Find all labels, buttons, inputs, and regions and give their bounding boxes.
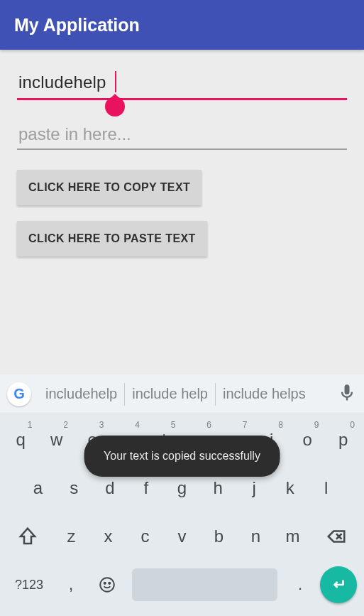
toast-message: Your text is copied successfully	[84, 436, 280, 477]
suggestion-bar: G includehelp include help include helps	[0, 374, 364, 414]
app-bar: My Application	[0, 0, 364, 50]
target-underline	[17, 148, 347, 150]
key-v[interactable]: v	[165, 517, 198, 556]
key-k[interactable]: k	[274, 468, 306, 508]
comma-key[interactable]: ,	[57, 565, 85, 605]
suggestion-1[interactable]: includehelp	[38, 383, 124, 406]
source-input[interactable]	[17, 70, 347, 98]
key-x[interactable]: x	[92, 517, 124, 556]
text-caret	[115, 71, 116, 92]
app-title: My Application	[14, 15, 140, 36]
svg-point-2	[109, 583, 110, 584]
space-key[interactable]	[132, 568, 277, 601]
suggestion-2[interactable]: include help	[124, 383, 215, 406]
paste-button[interactable]: CLICK HERE TO PASTE TEXT	[17, 221, 207, 256]
source-field[interactable]: includehelp	[17, 70, 347, 100]
enter-key[interactable]	[320, 566, 357, 603]
key-b[interactable]: b	[203, 517, 236, 556]
target-field[interactable]	[17, 120, 347, 150]
key-q[interactable]: q1	[5, 420, 37, 460]
key-m[interactable]: m	[277, 517, 309, 556]
shift-key[interactable]	[5, 517, 50, 556]
key-l[interactable]: l	[310, 468, 342, 508]
key-c[interactable]: c	[128, 517, 161, 556]
key-row-bottom: ?123 , .	[3, 565, 361, 612]
target-input[interactable]	[17, 120, 347, 148]
period-key[interactable]: .	[286, 565, 314, 605]
key-o[interactable]: o9	[292, 420, 324, 460]
mic-icon[interactable]	[337, 383, 357, 406]
emoji-key[interactable]	[91, 565, 123, 605]
key-row-3: z x c v b n m	[3, 517, 361, 556]
copy-button[interactable]: CLICK HERE TO COPY TEXT	[17, 170, 202, 205]
backspace-key[interactable]	[314, 517, 359, 556]
source-underline	[17, 98, 347, 100]
suggestion-3[interactable]: include helps	[215, 383, 313, 406]
caret-handle[interactable]	[105, 97, 125, 117]
key-p[interactable]: p0	[328, 420, 360, 460]
key-z[interactable]: z	[55, 517, 87, 556]
suggestion-list: includehelp include help include helps	[38, 374, 330, 414]
svg-point-1	[104, 583, 106, 584]
key-w[interactable]: w2	[41, 420, 73, 460]
key-n[interactable]: n	[240, 517, 272, 556]
content-area: includehelp CLICK HERE TO COPY TEXT CLIC…	[0, 50, 364, 256]
key-s[interactable]: s	[58, 468, 90, 508]
soft-keyboard: G includehelp include help include helps…	[0, 374, 364, 616]
svg-point-0	[100, 578, 114, 592]
symbols-key[interactable]: ?123	[7, 565, 51, 605]
key-a[interactable]: a	[22, 468, 54, 508]
google-icon[interactable]: G	[7, 382, 31, 406]
